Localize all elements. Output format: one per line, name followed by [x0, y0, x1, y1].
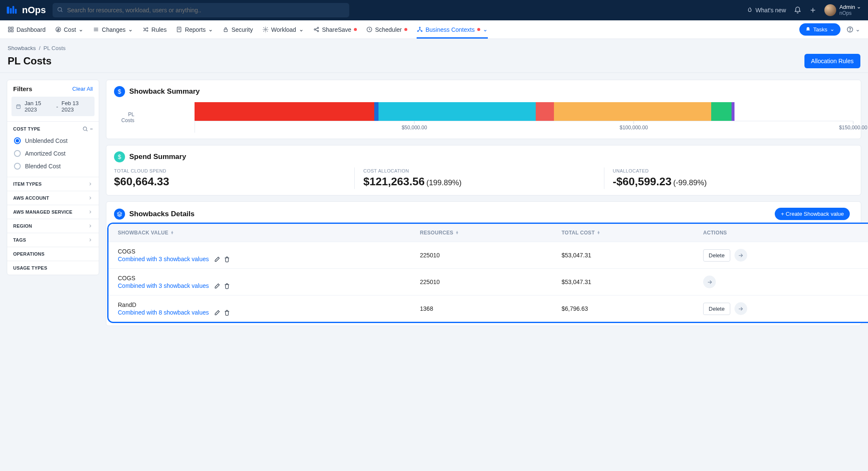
nav-scheduler[interactable]: Scheduler — [366, 20, 407, 39]
report-icon — [176, 26, 182, 33]
chevron-right-icon — [88, 195, 93, 201]
svg-line-37 — [86, 130, 88, 131]
chevron-right-icon — [88, 209, 93, 215]
minus-icon[interactable]: − — [90, 126, 93, 131]
clear-all-button[interactable]: Clear All — [72, 86, 93, 92]
row-expand-button[interactable] — [734, 302, 747, 315]
svg-rect-0 — [7, 7, 9, 14]
nav-cost[interactable]: Cost⌄ — [55, 20, 84, 39]
section-label: AWS MANAGED SERVICE — [13, 209, 72, 215]
row-combined-link[interactable]: Combined with 8 showback values — [118, 309, 209, 316]
cost-type-unblended[interactable]: Unblended Cost — [13, 134, 93, 147]
lock-icon — [223, 26, 229, 33]
option-label: Amortized Cost — [25, 150, 66, 157]
global-search[interactable] — [53, 3, 349, 17]
metric-unallocated: UNALLOCATED -$60,599.23(-99.89%) — [604, 167, 853, 189]
spend-summary-title: Spend Summary — [129, 153, 186, 161]
radio-icon — [14, 150, 21, 157]
plus-icon — [809, 6, 817, 14]
nav-sharesave[interactable]: ShareSave — [313, 20, 357, 39]
trash-icon[interactable] — [224, 256, 230, 262]
nav-label: Dashboard — [17, 26, 46, 33]
svg-point-31 — [850, 31, 850, 31]
section-label: REGION — [13, 223, 32, 229]
gear-icon — [262, 26, 269, 33]
tick-label: $150,000.00 — [839, 125, 868, 131]
brand-name: nOps — [22, 5, 46, 16]
cost-type-amortized[interactable]: Amortized Cost — [13, 147, 93, 160]
allocation-rules-button[interactable]: Allocation Rules — [804, 54, 860, 68]
bar-segment — [195, 102, 374, 121]
filter-usage-types[interactable]: USAGE TYPES — [13, 265, 93, 270]
svg-rect-32 — [17, 105, 20, 109]
chevron-down-icon: ⌄ — [78, 26, 83, 33]
row-resources: 1368 — [420, 305, 562, 312]
notifications-button[interactable] — [794, 6, 801, 14]
row-total-cost: $53,047.31 — [562, 279, 703, 285]
filter-region[interactable]: REGION — [13, 223, 93, 229]
filter-item-types[interactable]: ITEM TYPES — [13, 181, 93, 187]
avatar — [824, 4, 836, 16]
nav-label: Business Contexts — [426, 26, 475, 33]
cost-type-blended[interactable]: Blended Cost — [13, 160, 93, 173]
chevron-down-icon: ⌄ — [857, 4, 861, 10]
nav-label: Workload — [271, 26, 296, 33]
filter-aws-account[interactable]: AWS ACCOUNT — [13, 195, 93, 201]
bar-segment — [711, 102, 732, 121]
filter-tags[interactable]: TAGS — [13, 237, 93, 242]
edit-icon[interactable] — [214, 309, 220, 316]
section-label: AWS ACCOUNT — [13, 195, 49, 201]
search-icon[interactable] — [82, 126, 88, 132]
col-showback-value[interactable]: SHOWBACK VALUE▲▼ — [118, 230, 420, 236]
status-dot — [354, 28, 357, 31]
chart-x-axis: $50,000.00$100,000.00$150,000.00 — [195, 121, 853, 133]
option-label: Blended Cost — [25, 163, 61, 170]
chevron-down-icon: ⌄ — [208, 26, 213, 33]
nav-dashboard[interactable]: Dashboard — [8, 20, 46, 39]
nav-changes[interactable]: Changes⌄ — [93, 20, 133, 39]
tick-label: $100,000.00 — [620, 125, 648, 131]
nav-security[interactable]: Security — [223, 20, 253, 39]
add-button[interactable] — [809, 6, 817, 14]
create-showback-button[interactable]: + Create Showback value — [775, 208, 850, 220]
tick-label: $50,000.00 — [402, 125, 427, 131]
metric-value: -$60,599.23 — [613, 175, 672, 188]
page-title: PL Costs — [8, 55, 52, 67]
nav-reports[interactable]: Reports⌄ — [176, 20, 213, 39]
cost-type-label: COST TYPE — [13, 126, 40, 131]
option-label: Unblended Cost — [25, 137, 67, 144]
sort-icon: ▲▼ — [456, 231, 459, 234]
col-total-cost[interactable]: TOTAL COST▲▼ — [562, 230, 703, 236]
edit-icon[interactable] — [214, 283, 220, 289]
row-combined-link[interactable]: Combined with 3 showback values — [118, 256, 209, 262]
filter-aws-managed-service[interactable]: AWS MANAGED SERVICE — [13, 209, 93, 215]
user-menu[interactable]: Admin ⌄ nOps — [824, 4, 861, 16]
help-button[interactable]: ⌄ — [846, 26, 860, 33]
breadcrumb-parent[interactable]: Showbacks — [8, 45, 36, 51]
chevron-down-icon: ⌄ — [299, 26, 304, 33]
trash-icon[interactable] — [224, 283, 230, 289]
section-label: USAGE TYPES — [13, 265, 47, 270]
date-range-picker[interactable]: Jan 15 2023 - Feb 13 2023 — [11, 97, 95, 116]
search-input[interactable] — [53, 3, 349, 17]
nav-business-contexts[interactable]: Business Contexts⌄ — [417, 20, 488, 39]
brand-logo[interactable]: nOps — [7, 5, 46, 16]
trash-icon[interactable] — [224, 309, 230, 316]
table-row: COGSCombined with 3 showback values22501… — [108, 242, 868, 268]
filter-operations[interactable]: OPERATIONS — [13, 251, 93, 256]
chevron-right-icon — [88, 223, 93, 229]
row-expand-button[interactable] — [703, 276, 716, 288]
col-resources[interactable]: RESOURCES▲▼ — [420, 230, 562, 236]
axis-tick: $150,000.00 — [839, 121, 868, 131]
delete-button[interactable]: Delete — [703, 249, 730, 262]
whats-new-button[interactable]: What's new — [746, 7, 786, 14]
edit-icon[interactable] — [214, 256, 220, 262]
row-expand-button[interactable] — [734, 249, 747, 262]
nav-rules[interactable]: Rules — [142, 20, 167, 39]
delete-button[interactable]: Delete — [703, 303, 730, 315]
tasks-button[interactable]: Tasks ⌄ — [799, 23, 840, 36]
network-icon — [417, 26, 423, 33]
list-icon — [93, 26, 99, 33]
row-combined-link[interactable]: Combined with 3 showback values — [118, 282, 209, 289]
nav-workload[interactable]: Workload⌄ — [262, 20, 304, 39]
